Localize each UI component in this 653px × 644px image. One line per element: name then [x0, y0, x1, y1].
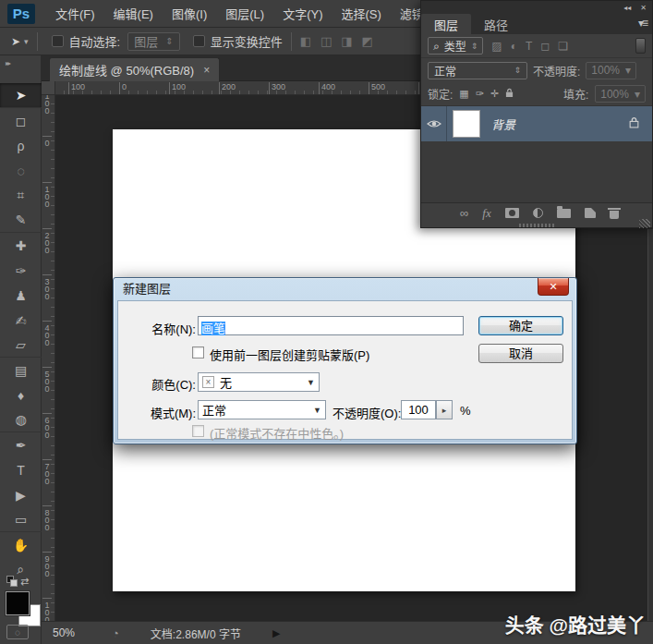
align-icons: ◧◫◨◩ — [300, 34, 373, 48]
new-group-icon[interactable] — [557, 209, 571, 218]
type-tool[interactable]: T — [0, 457, 42, 482]
cancel-button[interactable]: 取消 — [478, 344, 563, 363]
align-right-edges-icon[interactable]: ◨ — [341, 34, 352, 48]
layer-thumbnail[interactable] — [453, 110, 480, 138]
blend-mode-dropdown[interactable]: 正常 ⇕ — [428, 62, 527, 79]
pen-tool[interactable]: ✒ — [0, 432, 42, 457]
swap-colors-icon[interactable]: ⇄ — [20, 576, 29, 588]
lock-transparent-pixels-icon[interactable]: ▦ — [459, 88, 468, 100]
distribute-icon[interactable]: ◩ — [362, 34, 373, 48]
layer-style-icon[interactable]: fx — [482, 206, 490, 221]
auto-select-target-value: 图层 — [134, 32, 158, 50]
opacity-dropdown[interactable]: 100% ▾ — [586, 62, 636, 79]
opacity-input[interactable]: 100 — [401, 400, 436, 419]
menu-item[interactable]: 图层(L) — [216, 5, 273, 22]
move-tool[interactable]: ➤ — [0, 83, 42, 108]
filter-pixel-layers-icon[interactable]: ▨ — [491, 40, 502, 53]
lock-image-pixels-icon[interactable]: ✑ — [476, 88, 484, 100]
panel-menu-icon[interactable]: ▾≡ — [638, 17, 647, 30]
layer-visibility-toggle[interactable] — [421, 106, 447, 141]
filter-type-dropdown[interactable]: ⌕ 类型 ⇕ — [428, 37, 483, 55]
filter-type-layers-icon[interactable]: T — [526, 40, 532, 53]
menu-item[interactable]: 文字(Y) — [273, 5, 332, 22]
filter-shape-layers-icon[interactable]: ◻ — [540, 40, 550, 53]
lock-position-icon[interactable]: ✛ — [490, 88, 499, 100]
hand-tool[interactable]: ✋ — [0, 532, 42, 557]
tab-paths[interactable]: 路径 — [471, 14, 521, 34]
align-horizontal-centers-icon[interactable]: ◫ — [320, 34, 332, 48]
lasso-tool[interactable]: ρ — [0, 133, 42, 158]
tool-preset-caret-icon[interactable]: ▾ — [24, 37, 29, 46]
crop-tool[interactable]: ⌗ — [0, 183, 42, 208]
ruler-label: 100 — [169, 82, 186, 95]
delete-layer-icon[interactable] — [610, 211, 619, 219]
mode-dropdown[interactable]: 正常 ▼ — [198, 400, 326, 419]
close-panel-icon[interactable]: ✕ — [640, 4, 647, 12]
dodge-tool[interactable]: ◍ — [0, 407, 42, 432]
show-transform-checkbox[interactable] — [193, 35, 205, 47]
eye-icon — [427, 118, 441, 129]
clipping-mask-label: 使用前一图层创建剪贴蒙版(P) — [210, 346, 369, 363]
history-brush-tool[interactable]: ✍ — [0, 308, 42, 333]
zoom-level-field[interactable]: 50% — [53, 626, 95, 639]
caret-down-icon: ▾ — [625, 64, 631, 77]
quick-selection-tool[interactable]: ◌ — [0, 158, 42, 183]
healing-brush-tool[interactable]: ✚ — [0, 233, 42, 258]
adjustment-layer-icon[interactable] — [533, 208, 543, 218]
tab-layers[interactable]: 图层 — [421, 14, 471, 34]
gradient-tool[interactable]: ▤ — [0, 358, 42, 383]
menu-item[interactable]: 编辑(E) — [104, 5, 163, 22]
rectangular-marquee-tool[interactable]: ◻ — [0, 108, 42, 133]
quick-mask-button[interactable]: ◌ — [6, 625, 29, 639]
filter-smart-objects-icon[interactable]: ❏ — [558, 40, 568, 53]
brush-tool[interactable]: ✑ — [0, 258, 42, 283]
menu-item[interactable]: 图像(I) — [163, 5, 216, 22]
ruler-label: 400 — [42, 321, 52, 346]
filter-icons: ▨◐T◻❏ — [491, 40, 568, 53]
panel-resize-grip[interactable] — [519, 224, 556, 227]
neutral-color-checkbox — [192, 425, 204, 437]
menu-item[interactable]: 文件(F) — [46, 5, 104, 22]
menu-item[interactable]: 选择(S) — [332, 5, 390, 22]
layer-lock-icon — [629, 116, 639, 131]
layer-name[interactable]: 背景 — [491, 115, 515, 133]
toolbar-collapse-icon[interactable]: ▸▸ — [0, 55, 41, 70]
eraser-tool[interactable]: ▱ — [0, 333, 42, 358]
panel-bottom-bar: ∞ fx — [421, 202, 652, 223]
new-layer-icon[interactable] — [585, 208, 596, 218]
auto-select-target-dropdown[interactable]: 图层 ⇕ — [127, 32, 179, 51]
align-left-edges-icon[interactable]: ◧ — [300, 34, 311, 48]
layer-row-background[interactable]: 背景 — [421, 106, 652, 141]
clipping-mask-checkbox[interactable] — [192, 346, 204, 358]
fill-dropdown[interactable]: 100% ▾ — [595, 85, 646, 103]
lock-all-icon[interactable] — [505, 88, 514, 100]
blend-mode-row: 正常 ⇕ 不透明度: 100% ▾ — [421, 58, 652, 82]
add-layer-mask-icon[interactable] — [505, 208, 519, 218]
dialog-close-button[interactable]: ✕ — [538, 278, 569, 296]
layer-name-input[interactable]: 画笔 — [198, 316, 464, 335]
collapse-panel-icon[interactable]: ◂◂ — [623, 4, 631, 12]
path-selection-tool[interactable]: ▶ — [0, 482, 42, 507]
close-tab-icon[interactable]: × — [203, 64, 210, 77]
shape-tool[interactable]: ▭ — [0, 507, 42, 532]
filter-adjustment-layers-icon[interactable]: ◐ — [511, 40, 517, 53]
new-layer-dialog: 新建图层 ✕ 名称(N): 画笔 确定 使用前一图层创建剪贴蒙版(P) 取消 颜… — [113, 277, 577, 444]
panel-resize-corner[interactable] — [639, 219, 650, 228]
link-layers-icon[interactable]: ∞ — [460, 207, 468, 219]
foreground-color-swatch[interactable] — [6, 591, 30, 615]
auto-select-checkbox[interactable] — [52, 35, 64, 47]
color-dropdown[interactable]: × 无 ▼ — [198, 372, 320, 392]
blur-tool[interactable]: ♦ — [0, 383, 42, 407]
ruler-label: 500 — [369, 82, 385, 95]
filter-toggle[interactable] — [635, 38, 646, 54]
eyedropper-tool[interactable]: ✎ — [0, 208, 42, 233]
status-options-arrow-icon[interactable]: ▶ — [272, 627, 280, 639]
document-tab[interactable]: 绘制虚线 @ 50%(RGB/8) × — [49, 57, 220, 81]
show-transform-label: 显示变换控件 — [211, 32, 283, 50]
ok-button[interactable]: 确定 — [478, 316, 563, 335]
clone-stamp-tool[interactable]: ♟ — [0, 283, 42, 308]
vertical-scrollbar[interactable] — [647, 229, 653, 621]
ruler-label: 500 — [42, 367, 52, 392]
layer-list-empty-area — [421, 141, 652, 202]
opacity-spinner-button[interactable]: ▸ — [436, 400, 453, 419]
